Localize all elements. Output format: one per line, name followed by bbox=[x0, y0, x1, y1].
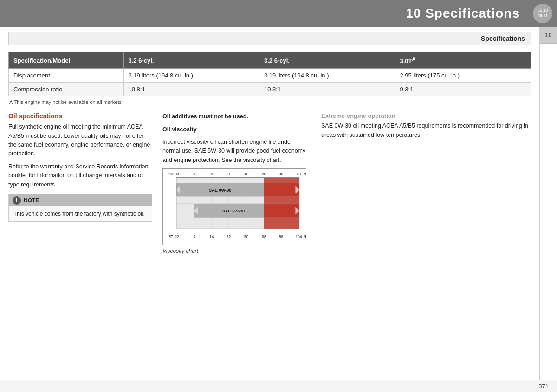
table-header-32a: 3.2 6-cyl. bbox=[123, 52, 259, 69]
svg-text:68: 68 bbox=[262, 235, 266, 239]
content-area: Specifications Specification/Model 3.2 6… bbox=[0, 27, 539, 380]
oil-spec-para1: Full synthetic engine oil meeting the mi… bbox=[8, 122, 152, 159]
table-header-30t: 3.0TA bbox=[395, 52, 531, 69]
svg-text:-4: -4 bbox=[192, 235, 196, 239]
svg-text:14: 14 bbox=[209, 235, 214, 239]
svg-text:86: 86 bbox=[279, 235, 284, 239]
svg-text:-22: -22 bbox=[174, 235, 179, 239]
svg-text:20: 20 bbox=[262, 173, 266, 177]
oil-spec-title: Oil specifications bbox=[8, 112, 152, 120]
svg-text:0: 0 bbox=[227, 173, 230, 177]
svg-text:°C: °C bbox=[304, 172, 306, 177]
svg-text:-10: -10 bbox=[209, 173, 214, 177]
row2-val3: 9.3:1 bbox=[395, 83, 531, 96]
table-footnote: A This engine may not be available on al… bbox=[9, 99, 531, 105]
viscosity-title: Oil viscosity bbox=[162, 125, 311, 134]
table-header-32b: 3.2 6-cyl. bbox=[259, 52, 395, 69]
viscosity-text: Incorrect viscosity oil can shorten engi… bbox=[162, 138, 311, 165]
row2-val1: 10.8:1 bbox=[123, 83, 259, 96]
note-body: This vehicle comes from the factory with… bbox=[9, 206, 152, 221]
svg-text:°F: °F bbox=[304, 234, 306, 239]
three-column-section: Oil specifications Full synthetic engine… bbox=[8, 112, 531, 254]
mid-column: Oil additives must not be used. Oil visc… bbox=[162, 112, 311, 254]
table-row: Compression ratio 10.8:1 10.3:1 9.3:1 bbox=[9, 83, 531, 96]
main-layout: Specifications Specification/Model 3.2 6… bbox=[0, 27, 557, 380]
table-row: Displacement 3.19 liters (194.8 cu. in.)… bbox=[9, 69, 531, 83]
svg-rect-28 bbox=[264, 204, 299, 218]
note-header: i NOTE bbox=[9, 194, 152, 206]
svg-text:°F: °F bbox=[168, 234, 173, 239]
svg-text:SAE 5W-30: SAE 5W-30 bbox=[222, 209, 245, 214]
chapter-tab: 10 bbox=[540, 27, 557, 44]
oil-spec-para2: Refer to the warranty and Service Record… bbox=[8, 162, 152, 189]
row1-spec: Displacement bbox=[9, 69, 124, 83]
svg-text:10: 10 bbox=[244, 173, 249, 177]
viscosity-chart-svg: °C -30 -20 -10 0 10 20 30 40 °C bbox=[163, 169, 306, 245]
note-box: i NOTE This vehicle comes from the facto… bbox=[8, 194, 152, 222]
svg-text:°C: °C bbox=[168, 172, 174, 177]
page-number: 371 bbox=[538, 383, 549, 390]
svg-text:-20: -20 bbox=[191, 173, 197, 177]
right-sidebar: 10 bbox=[539, 27, 557, 380]
page-number-bar: 371 bbox=[0, 380, 557, 392]
chart-caption: Viscosity chart bbox=[162, 248, 311, 254]
note-label: NOTE bbox=[24, 197, 39, 204]
row2-val2: 10.3:1 bbox=[259, 83, 395, 96]
row1-val1: 3.19 liters (194.8 cu. in.) bbox=[123, 69, 259, 83]
svg-rect-22 bbox=[264, 183, 299, 197]
svg-text:30: 30 bbox=[279, 173, 284, 177]
svg-text:40: 40 bbox=[297, 173, 301, 177]
right-column: Extreme engine operation SAE 0W-30 oil m… bbox=[321, 112, 531, 254]
page-title: 10 Specifications bbox=[406, 6, 520, 21]
chapter-badge: 01 10 06 11 bbox=[533, 4, 552, 23]
svg-text:SAE 0W-30: SAE 0W-30 bbox=[209, 188, 231, 193]
row1-val2: 3.19 liters (194.8 cu. in.) bbox=[259, 69, 395, 83]
extreme-engine-text: SAE 0W-30 oil meeting ACEA A5/B5 require… bbox=[321, 122, 531, 140]
extreme-engine-title: Extreme engine operation bbox=[321, 112, 531, 119]
svg-text:32: 32 bbox=[227, 235, 231, 239]
spec-table: Specification/Model 3.2 6-cyl. 3.2 6-cyl… bbox=[8, 52, 531, 96]
viscosity-chart: °C -30 -20 -10 0 10 20 30 40 °C bbox=[162, 168, 306, 245]
table-header-model: Specification/Model bbox=[9, 52, 124, 69]
row1-val3: 2.95 liters (175 cu. in.) bbox=[395, 69, 531, 83]
page-header: 10 Specifications 01 10 06 11 bbox=[0, 0, 557, 27]
info-icon: i bbox=[13, 196, 21, 205]
svg-text:-30: -30 bbox=[174, 173, 179, 177]
section-heading: Specifications bbox=[8, 32, 531, 45]
svg-text:50: 50 bbox=[244, 235, 249, 239]
left-column: Oil specifications Full synthetic engine… bbox=[8, 112, 152, 254]
svg-text:104: 104 bbox=[296, 235, 302, 239]
oil-additive-warning: Oil additives must not be used. bbox=[162, 112, 311, 121]
row2-spec: Compression ratio bbox=[9, 83, 124, 96]
